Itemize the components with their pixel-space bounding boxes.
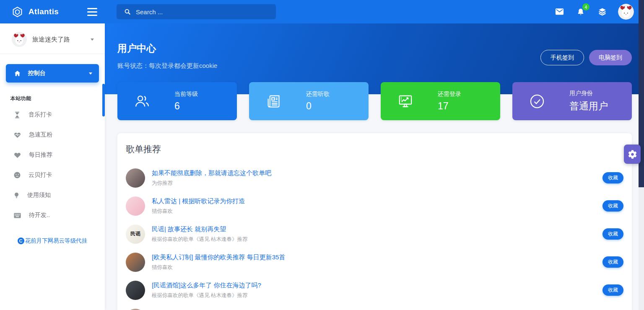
sidebar-section-label: 本站功能 bbox=[10, 95, 105, 102]
sidebar-item-label: 使用须知 bbox=[27, 191, 51, 199]
topbar-actions: 4 bbox=[554, 4, 634, 20]
chevron-down-icon bbox=[89, 72, 92, 75]
playlist-row: 如果不能彻底删除，那就请遗忘这个歌单吧 为你推荐 收藏 bbox=[126, 164, 623, 192]
sidebar-user[interactable]: 旅途迷失了路 bbox=[0, 23, 105, 54]
search-box bbox=[117, 4, 276, 19]
heartbeat-icon bbox=[13, 131, 22, 139]
user-avatar-button[interactable] bbox=[618, 4, 634, 20]
heart-icon bbox=[13, 151, 22, 159]
playlist-card-title: 歌单推荐 bbox=[126, 143, 623, 155]
stat-card-songs-left: 还需听歌 0 bbox=[249, 82, 369, 120]
monitor-chart-icon bbox=[395, 93, 416, 110]
stat-card-user-role: 用户身份 普通用户 bbox=[512, 82, 632, 120]
playlist-subtitle: 根据你喜欢的歌单《遇见 枯木逢春》推荐 bbox=[152, 292, 261, 299]
playlist-cover bbox=[126, 281, 145, 300]
playlist-title-link[interactable]: 民谣| 故事还长 就别再失望 bbox=[152, 225, 247, 233]
sidebar-item-label: 急速互粉 bbox=[29, 131, 52, 139]
users-icon bbox=[132, 93, 153, 110]
pc-signin-button[interactable]: 电脑签到 bbox=[589, 50, 632, 65]
sidebar-item-yunbei-checkin[interactable]: 云贝打卡 bbox=[0, 165, 105, 185]
playlist-title-link[interactable]: 如果不能彻底删除，那就请遗忘这个歌单吧 bbox=[152, 169, 271, 177]
playlist-row: [欧美私人订制] 最懂你的欧美推荐 每日更新35首 猜你喜欢 收藏 bbox=[126, 248, 623, 276]
sidebar-item-dashboard[interactable]: 控制台 bbox=[6, 64, 99, 83]
topbar: 4 bbox=[105, 0, 644, 23]
sidebar-item-label: 云贝打卡 bbox=[29, 171, 52, 179]
notifications-button[interactable]: 4 bbox=[575, 6, 586, 17]
promo-link[interactable]: C 花前月下网易云等级代挂 bbox=[0, 237, 105, 245]
sidebar-item-label: 音乐打卡 bbox=[29, 111, 52, 119]
keyboard-icon bbox=[13, 212, 22, 219]
playlist-cover bbox=[126, 168, 145, 188]
stat-card-logins-left: 还需登录 17 bbox=[381, 82, 500, 120]
promo-link-label: 花前月下网易云等级代挂 bbox=[25, 237, 88, 245]
sidebar-user-avatar bbox=[12, 32, 27, 47]
playlist-title-link[interactable]: [欧美私人订制] 最懂你的欧美推荐 每日更新35首 bbox=[152, 253, 285, 261]
sidebar-item-label: 控制台 bbox=[28, 70, 46, 77]
playlist-title-link[interactable]: [民谣酒馆]这么多年了 你住在海边了吗? bbox=[152, 282, 261, 289]
playlist-row: [民谣酒馆]这么多年了 你住在海边了吗? 根据你喜欢的歌单《遇见 枯木逢春》推荐… bbox=[126, 276, 623, 304]
hourglass-icon bbox=[13, 111, 21, 119]
playlist-card: 歌单推荐 如果不能彻底删除，那就请遗忘这个歌单吧 为你推荐 收藏 私人雷达 | … bbox=[117, 133, 632, 310]
favorite-button[interactable]: 收藏 bbox=[602, 200, 623, 212]
sidebar-item-in-development[interactable]: 待开发.. bbox=[0, 205, 105, 225]
playlist-subtitle: 猜你喜欢 bbox=[152, 264, 285, 271]
sidebar-item-usage-notes[interactable]: 使用须知 bbox=[0, 185, 105, 205]
chevron-down-icon bbox=[91, 39, 94, 41]
stat-value: 17 bbox=[438, 101, 461, 112]
playlist-subtitle: 根据你喜欢的歌单《遇见 枯木逢春》推荐 bbox=[152, 236, 247, 243]
stat-value: 6 bbox=[174, 101, 198, 112]
stat-label: 还需登录 bbox=[438, 90, 461, 98]
moose-avatar bbox=[618, 4, 634, 20]
playlist-row: 民谣 民谣| 故事还长 就别再失望 根据你喜欢的歌单《遇见 枯木逢春》推荐 收藏 bbox=[126, 220, 623, 248]
theme-settings-button[interactable] bbox=[624, 145, 641, 164]
stat-label: 当前等级 bbox=[174, 90, 198, 98]
sidebar-item-music-checkin[interactable]: 音乐打卡 bbox=[0, 105, 105, 125]
stats-row: 当前等级 6 还需听歌 0 bbox=[117, 82, 632, 120]
main-content: 用户中心 账号状态：每次登录都会更新cookie 手机签到 电脑签到 当前等级 … bbox=[105, 23, 644, 310]
sidebar-item-mutual-follow[interactable]: 急速互粉 bbox=[0, 125, 105, 145]
playlist-row: 【华语集】好听到可以单曲循环·治愈 收藏 bbox=[126, 304, 623, 310]
gear-icon bbox=[628, 150, 637, 159]
playlist-subtitle: 猜你喜欢 bbox=[152, 208, 245, 215]
sidebar-toggle-button[interactable] bbox=[87, 8, 97, 16]
playlist-row: 私人雷达 | 根据听歌记录为你打造 猜你喜欢 收藏 bbox=[126, 192, 623, 220]
sidebar-scrollbar-thumb[interactable] bbox=[102, 84, 105, 116]
quick-actions-button[interactable] bbox=[597, 6, 608, 17]
home-icon bbox=[13, 70, 21, 77]
stat-label: 用户身份 bbox=[569, 90, 608, 97]
stat-value: 普通用户 bbox=[569, 100, 608, 113]
brand-name: Atlantis bbox=[29, 7, 59, 16]
favorite-button[interactable]: 收藏 bbox=[602, 228, 623, 240]
phone-signin-button[interactable]: 手机签到 bbox=[540, 50, 584, 65]
playlist-cover bbox=[126, 253, 145, 272]
favorite-button[interactable]: 收藏 bbox=[602, 172, 623, 183]
sidebar-user-name: 旅途迷失了路 bbox=[32, 36, 70, 44]
logo-header: Atlantis bbox=[0, 0, 105, 23]
favorite-button[interactable]: 收藏 bbox=[602, 284, 623, 296]
newspaper-icon bbox=[263, 93, 284, 110]
atlantis-logo-icon bbox=[12, 6, 23, 18]
sidebar-menu: 音乐打卡 急速互粉 每日推荐 云贝打卡 bbox=[0, 105, 105, 225]
lightbulb-icon bbox=[13, 191, 20, 200]
search-input[interactable] bbox=[136, 8, 271, 16]
page-subtitle: 账号状态：每次登录都会更新cookie bbox=[117, 62, 217, 70]
playlist-cover: 民谣 bbox=[126, 225, 145, 244]
stat-value: 0 bbox=[306, 101, 330, 112]
hamburger-icon bbox=[87, 8, 97, 9]
sidebar-item-label: 待开发.. bbox=[29, 212, 50, 219]
sidebar-item-daily-recommend[interactable]: 每日推荐 bbox=[0, 145, 105, 165]
sidebar-item-label: 每日推荐 bbox=[29, 151, 52, 159]
notification-badge: 4 bbox=[582, 3, 589, 10]
playlist-title-link[interactable]: 私人雷达 | 根据听歌记录为你打造 bbox=[152, 197, 245, 205]
envelope-icon bbox=[555, 8, 564, 16]
meh-icon bbox=[13, 171, 21, 179]
layers-icon bbox=[597, 7, 607, 16]
stat-label: 还需听歌 bbox=[306, 90, 330, 98]
playlist-cover bbox=[126, 196, 145, 216]
messages-button[interactable] bbox=[554, 6, 565, 17]
page-title: 用户中心 bbox=[117, 42, 217, 55]
search-icon bbox=[124, 8, 131, 16]
favorite-button[interactable]: 收藏 bbox=[602, 256, 623, 268]
check-circle-icon bbox=[527, 93, 548, 110]
sidebar-divider bbox=[0, 54, 105, 54]
